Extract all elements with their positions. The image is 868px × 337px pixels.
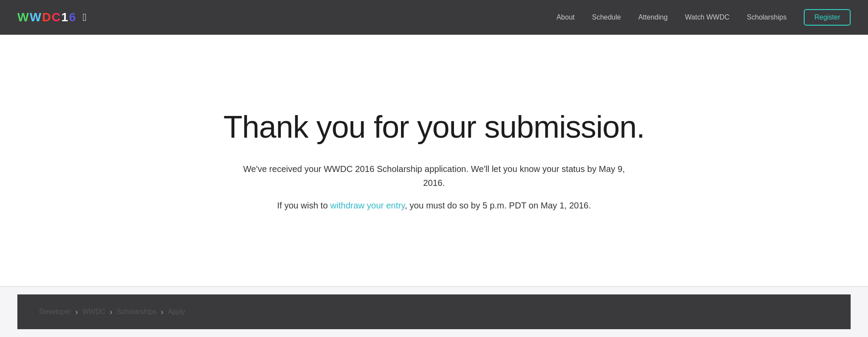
logo-letter-c: C <box>52 10 61 24</box>
nav-link-scholarships[interactable]: Scholarships <box>747 13 787 21</box>
breadcrumb-link-developer[interactable]: Developer <box>39 308 71 316</box>
logo-letter-w2: W <box>30 10 42 24</box>
footer:  Developer › WWDC › Scholarships › Appl… <box>0 286 868 337</box>
thank-you-title: Thank you for your submission. <box>224 109 644 145</box>
nav-link-about[interactable]: About <box>556 13 575 21</box>
breadcrumb-item-scholarships: Scholarships <box>117 308 157 316</box>
breadcrumb-item-wwdc: WWDC <box>82 308 105 316</box>
breadcrumb-link-scholarships[interactable]: Scholarships <box>117 308 157 316</box>
withdraw-suffix: , you must do so by 5 p.m. PDT on May 1,… <box>405 201 591 210</box>
breadcrumb-item-developer:  Developer <box>35 307 71 317</box>
navigation: WWDC16  About Schedule Attending Watch … <box>0 0 868 35</box>
register-button[interactable]: Register <box>804 9 851 26</box>
logo-number-6: 6 <box>69 10 77 24</box>
logo-number-1: 1 <box>61 10 69 24</box>
breadcrumb-link-wwdc[interactable]: WWDC <box>82 308 105 316</box>
logo[interactable]: WWDC16  <box>17 10 86 24</box>
breadcrumb-separator-3: › <box>161 307 163 317</box>
nav-link-schedule[interactable]: Schedule <box>592 13 621 21</box>
breadcrumb-separator-2: › <box>110 307 112 317</box>
apple-breadcrumb-icon:  <box>35 307 38 317</box>
nav-link-attending[interactable]: Attending <box>638 13 668 21</box>
withdraw-prefix: If you wish to <box>277 201 330 210</box>
nav-link-watch-wwdc[interactable]: Watch WWDC <box>685 13 730 21</box>
breadcrumb-item-apply: Apply <box>168 308 185 316</box>
submission-description: We've received your WWDC 2016 Scholarshi… <box>239 162 629 190</box>
logo-letter-d: D <box>42 10 52 24</box>
logo-letter-w1: W <box>17 10 30 24</box>
nav-links-container: About Schedule Attending Watch WWDC Scho… <box>556 9 851 26</box>
withdraw-link[interactable]: withdraw your entry <box>330 201 405 210</box>
apple-logo-icon:  <box>83 11 87 23</box>
breadcrumb:  Developer › WWDC › Scholarships › Appl… <box>17 294 851 329</box>
wwdc-logo-text: WWDC16 <box>17 10 77 24</box>
main-content: Thank you for your submission. We've rec… <box>0 35 868 286</box>
breadcrumb-link-apply[interactable]: Apply <box>168 308 185 316</box>
breadcrumb-separator-1: › <box>76 307 78 317</box>
withdraw-text: If you wish to withdraw your entry, you … <box>277 198 591 212</box>
